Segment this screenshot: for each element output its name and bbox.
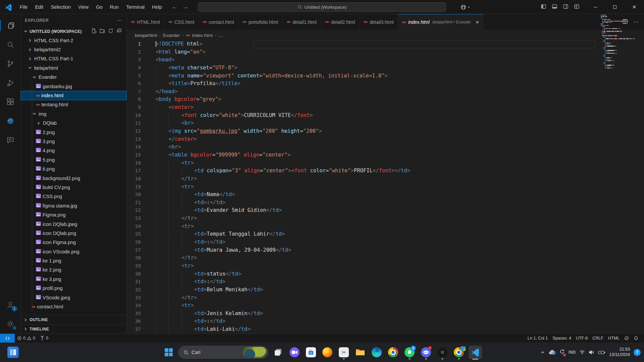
- tab-portofolio-html[interactable]: <>portofolio.html: [238, 14, 282, 30]
- tree-item-img[interactable]: img: [21, 109, 126, 118]
- taskbar-app-snip[interactable]: ✂: [337, 346, 351, 359]
- tree-item-4-png[interactable]: 4.png: [21, 146, 126, 155]
- widgets-icon[interactable]: [7, 347, 19, 358]
- tab-HTML-html[interactable]: <>HTML.html: [127, 14, 164, 30]
- tab-contact-html[interactable]: <>contact.html: [199, 14, 238, 30]
- close-icon[interactable]: ✕: [475, 20, 479, 25]
- tree-item-vscode-jpeg[interactable]: VScode.jpeg: [21, 293, 126, 302]
- tab-detail1-html[interactable]: <>detail1.html: [282, 14, 321, 30]
- tree-item-ke-1-png[interactable]: ke 1.png: [21, 256, 126, 265]
- taskbar-search[interactable]: Cari: [178, 346, 268, 359]
- tab-detail3-html[interactable]: <>detail3.html: [360, 14, 398, 30]
- bell-icon[interactable]: [631, 336, 641, 341]
- notifications-muted-icon[interactable]: [622, 336, 631, 341]
- taskbar-clock[interactable]: 21:53 13/11/2024: [609, 347, 630, 357]
- taskbar-app-chrome[interactable]: [386, 346, 400, 359]
- taskbar-app-spotify[interactable]: [436, 346, 449, 359]
- tree-item-icon-dqlab-png[interactable]: icon DQlab.png: [21, 229, 126, 238]
- tree-item-contact-html[interactable]: <>contact.html: [21, 302, 126, 311]
- menu-selection[interactable]: Selection: [47, 2, 74, 12]
- taskbar-app-start[interactable]: [162, 346, 175, 359]
- tree-item-gambarku-jpg[interactable]: gambarku.jpg: [21, 82, 126, 91]
- status-ln[interactable]: Ln 1, Col 1: [525, 336, 550, 341]
- tree-item-index-html[interactable]: <>index.html: [21, 91, 126, 100]
- code-editor[interactable]: 1<!DOCTYPE html>2<html lang="en">3<head>…: [127, 40, 644, 334]
- taskbar-app-edge[interactable]: [370, 346, 383, 359]
- tree-item-2-png[interactable]: 2.png: [21, 128, 126, 137]
- run-debug-icon[interactable]: [3, 75, 18, 90]
- menu-file[interactable]: File: [16, 2, 31, 12]
- menu-help[interactable]: Help: [148, 2, 166, 12]
- account-icon[interactable]: 1: [3, 297, 18, 312]
- volume-icon[interactable]: [589, 350, 594, 355]
- problems-indicator[interactable]: 0 0: [15, 334, 38, 343]
- minimap[interactable]: [600, 15, 642, 69]
- taskbar-app-explorer[interactable]: [354, 346, 367, 359]
- section-timeline[interactable]: TIMELINE: [21, 324, 126, 334]
- tree-item-figma-png[interactable]: Figma.png: [21, 210, 126, 219]
- tree-item-3-png[interactable]: 3.png: [21, 137, 126, 146]
- source-control-icon[interactable]: [3, 56, 18, 71]
- refresh-explorer-icon[interactable]: [108, 28, 113, 35]
- customize-layout-icon[interactable]: [574, 4, 580, 10]
- tree-item-profil-png[interactable]: profil.png: [21, 284, 126, 293]
- maximize-button[interactable]: [605, 0, 625, 14]
- tree-item-5-png[interactable]: 5.png: [21, 155, 126, 164]
- tree-item-figma-utama-jpg[interactable]: figma utama.jpg: [21, 201, 126, 210]
- edge-devtools-icon[interactable]: [3, 113, 18, 129]
- breadcrumb[interactable]: belajarhtml›Evander›<>index.html›…: [127, 30, 644, 40]
- status-spaces[interactable]: Spaces: 4: [550, 336, 574, 341]
- tree-item-html-css-part-1[interactable]: HTML CSS Part-1: [21, 54, 126, 63]
- search-icon[interactable]: [3, 37, 18, 52]
- taskbar-app-vscode[interactable]: [469, 346, 482, 359]
- battery-icon[interactable]: [598, 350, 605, 355]
- tree-item-belajarhtml2[interactable]: belajarhtml2: [21, 45, 126, 54]
- settings-gear-icon[interactable]: [3, 316, 18, 331]
- taskbar-app-firefox[interactable]: [321, 346, 334, 359]
- menu-go[interactable]: Go: [92, 2, 106, 12]
- workspace-row[interactable]: UNTITLED (WORKSPACE): [21, 27, 126, 36]
- menu-terminal[interactable]: Terminal: [122, 2, 148, 12]
- breadcrumb-item[interactable]: index.html: [192, 33, 213, 38]
- tree-item-6-png[interactable]: 6.png: [21, 164, 126, 173]
- comments-icon[interactable]: [3, 132, 18, 148]
- tree-item-evander[interactable]: Evander: [21, 73, 126, 82]
- language-indicator[interactable]: IND: [569, 350, 576, 355]
- collapse-folders-icon[interactable]: [116, 28, 122, 35]
- breadcrumb-item[interactable]: Evander: [163, 33, 180, 38]
- breadcrumb-item[interactable]: …: [219, 33, 223, 38]
- toggle-panel-icon[interactable]: [552, 4, 557, 10]
- notification-count-badge[interactable]: 7: [634, 349, 641, 356]
- taskbar-app-discord[interactable]: [419, 346, 433, 359]
- tab-detail2-html[interactable]: <>detail2.html: [321, 14, 360, 30]
- tree-item-icon-vscode-png[interactable]: icon VScode.png: [21, 247, 126, 256]
- status-crlf[interactable]: CRLF: [590, 336, 606, 341]
- onedrive-icon[interactable]: [548, 350, 556, 355]
- toggle-primary-sidebar-icon[interactable]: [541, 4, 546, 10]
- menu-edit[interactable]: Edit: [31, 2, 47, 12]
- minimize-button[interactable]: [586, 0, 605, 14]
- tree-item-dqlab[interactable]: DQlab: [21, 119, 126, 128]
- explorer-icon[interactable]: [3, 18, 18, 33]
- tree-item-background2-png[interactable]: background2.png: [21, 174, 126, 183]
- status-utf-8[interactable]: UTF-8: [574, 336, 590, 341]
- remote-indicator[interactable]: [0, 334, 15, 343]
- tree-item-css-png[interactable]: CSS.png: [21, 192, 126, 201]
- explorer-more-actions-icon[interactable]: ⋯: [117, 17, 122, 23]
- taskbar-app-store[interactable]: [304, 346, 318, 359]
- taskbar-app-chat[interactable]: [288, 346, 301, 359]
- tree-item-bukti-cv-png[interactable]: bukti CV.png: [21, 183, 126, 192]
- taskbar-app-taskview[interactable]: [271, 346, 285, 359]
- toggle-secondary-sidebar-icon[interactable]: [563, 4, 569, 10]
- nav-back-icon[interactable]: ←: [172, 3, 178, 10]
- tree-item-tentang-html[interactable]: <>tentang.html: [21, 100, 126, 109]
- tree-item-belajarhtml[interactable]: belajarhtml: [21, 63, 126, 72]
- taskbar-app-whatsapp[interactable]: 2: [403, 346, 416, 359]
- status-html[interactable]: HTML: [606, 336, 622, 341]
- tray-chevron-icon[interactable]: [540, 350, 545, 355]
- titlebar-extra-dropdown[interactable]: [461, 4, 470, 10]
- tree-item-icon-dqlab-jpeg[interactable]: icon DQlab.jpeg: [21, 220, 126, 229]
- command-center-search[interactable]: Untitled (Workspace): [198, 2, 446, 12]
- search-highlight-image[interactable]: [243, 347, 267, 358]
- menu-run[interactable]: Run: [106, 2, 123, 12]
